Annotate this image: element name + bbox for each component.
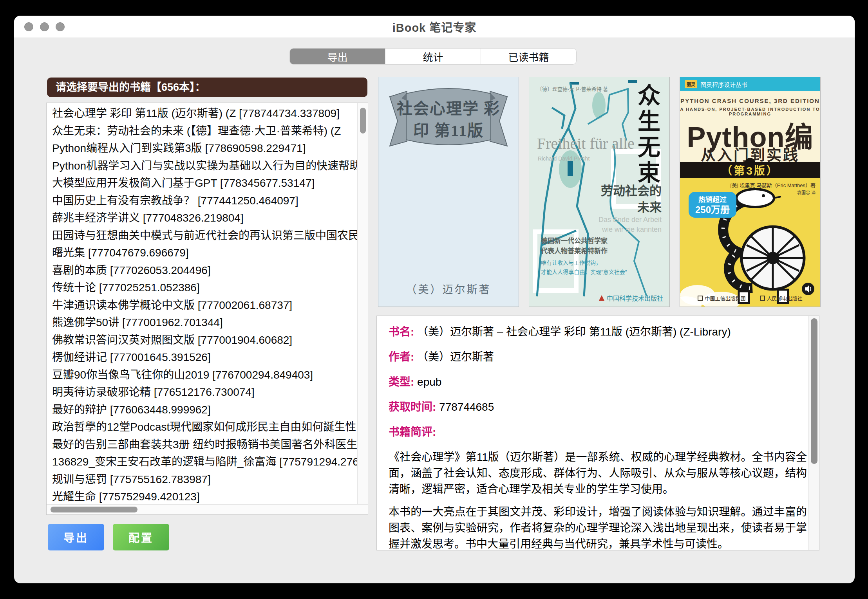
review-paragraphs: 《社会心理学》第11版（迈尔斯著）是一部系统、权威的心理学经典教材。全书内容全面…: [389, 449, 807, 550]
window-controls: [24, 16, 65, 38]
export-button[interactable]: 导出: [48, 524, 104, 550]
review-paragraph: 《社会心理学》第11版（迈尔斯著）是一部系统、权威的心理学经典教材。全书内容全面…: [389, 449, 807, 497]
app-window: iBook 笔记专家 导出 统计 已读书籍 请选择要导出的书籍【656本】： 社…: [14, 16, 855, 583]
book-cover-social-psychology: 社会心理学 彩 印 第11版 （美）迈尔斯著: [378, 77, 519, 307]
cover2-german-title: Freiheit für alle: [537, 134, 635, 153]
cover2-german-subtitle: Das Ende der Arbeit wie wir sie kannten: [599, 215, 662, 235]
book-list-item[interactable]: 牛津通识读本佛学概论中文版 [777002061.68737]: [47, 297, 357, 314]
book-list-item[interactable]: 规训与惩罚 [775755162.783987]: [47, 471, 357, 489]
tab-bar: 导出 统计 已读书籍: [290, 49, 576, 64]
cover1-author: （美）迈尔斯著: [378, 281, 519, 296]
tab-export[interactable]: 导出: [290, 49, 385, 64]
zoom-window-icon[interactable]: [56, 22, 65, 31]
book-list-rows: 社会心理学 彩印 第11版 (迈尔斯著) (Z [778744734.33780…: [47, 103, 357, 504]
book-list-item[interactable]: 社会心理学 彩印 第11版 (迈尔斯著) (Z [778744734.33780…: [47, 105, 357, 123]
cover2-german-author: Richard David Precht: [538, 155, 590, 162]
tab-read-books[interactable]: 已读书籍: [481, 49, 576, 64]
detail-fields: 书名: （美）迈尔斯著 – 社会心理学 彩印 第11版 (迈尔斯著) (Z-Li…: [389, 324, 807, 415]
book-list-item[interactable]: 熊逸佛学50讲 [777001962.701344]: [47, 314, 357, 332]
book-list-item[interactable]: 楞伽经讲记 [777001645.391526]: [47, 349, 357, 366]
detail-field: 类型: epub: [389, 374, 807, 390]
book-list-item[interactable]: 大模型应用开发极简入门基于GPT [778345677.53147]: [47, 175, 357, 192]
window-title: iBook 笔记专家: [392, 18, 477, 35]
cover3-author: [美] 埃里克·马瑟斯（Eric Matthes）著 袁国忠 译: [731, 182, 816, 197]
book-list-hscrollbar-thumb[interactable]: [51, 507, 137, 512]
speaker-logo-icon: [801, 282, 815, 296]
detail-field: 书名: （美）迈尔斯著 – 社会心理学 彩印 第11版 (迈尔斯著) (Z-Li…: [389, 324, 807, 340]
cover2-teal-note: 唯有让收入与工作脱钩， 才能人人得享自由，实现“意义社会”: [541, 258, 627, 277]
cover2-chinese-title: 众生无束: [630, 83, 663, 187]
close-window-icon[interactable]: [24, 22, 33, 31]
book-list-hscrollbar[interactable]: [47, 504, 368, 514]
book-list-item[interactable]: 喜剧的本质 [777026053.204496]: [47, 262, 357, 280]
cover1-title-line2: 印 第11版: [387, 118, 510, 141]
cover3-illustration-area: [美] 埃里克·马瑟斯（Eric Matthes）著 袁国忠 译 热销超过 25…: [680, 178, 820, 307]
book-detail-text: 书名: （美）迈尔斯著 – 社会心理学 彩印 第11版 (迈尔斯著) (Z-Li…: [377, 316, 808, 550]
detail-field: 作者: （美）迈尔斯著: [389, 349, 807, 365]
book-list-item[interactable]: 佛教常识答问汉英对照图文版 [777001904.60682]: [47, 332, 357, 349]
cover3-edition-band: （第3版）: [680, 162, 820, 178]
bestseller-badge: 热销超过 250万册: [689, 192, 736, 218]
book-cover-freiheit-fuer-alle: 〔德〕理查德·大卫·普莱希特 著 Freiheit für alle Richa…: [529, 77, 670, 307]
book-list-item[interactable]: 光耀生命 [775752949.420123]: [47, 488, 357, 504]
book-list-item[interactable]: 最好的辩护 [776063448.999962]: [47, 401, 357, 419]
review-paragraph: 本书的一大亮点在于其图文并茂、彩印设计，增强了阅读体验与知识理解。通过丰富的图表…: [389, 504, 807, 550]
book-list-item[interactable]: Python机器学习入门与实战以实操为基础以入行为目的快速帮助: [47, 157, 357, 175]
minimize-window-icon[interactable]: [40, 22, 49, 31]
title-bar: iBook 笔记专家: [14, 16, 855, 38]
book-list-item[interactable]: 明夷待访录破邪论精 [776512176.730074]: [47, 384, 357, 401]
book-list-vscrollbar[interactable]: [357, 103, 368, 504]
book-list-header: 请选择要导出的书籍【656本】：: [47, 78, 367, 97]
cover3-publishers: 中国工信出版集团 人民邮电出版社: [680, 294, 820, 302]
tab-statistics[interactable]: 统计: [385, 49, 481, 64]
book-list-item[interactable]: 豆瓣90你当像鸟飞往你的山2019 [776700294.849403]: [47, 366, 357, 384]
book-list-item[interactable]: 中国历史上有没有宗教战争？ [777441250.464097]: [47, 192, 357, 210]
publisher-logo-icon: [599, 295, 604, 301]
book-list[interactable]: 社会心理学 彩印 第11版 (迈尔斯著) (Z [778744734.33780…: [46, 103, 368, 515]
book-list-vscrollbar-thumb[interactable]: [360, 108, 366, 134]
cover1-title-line1: 社会心理学 彩: [387, 96, 510, 119]
review-label: 书籍简评:: [389, 424, 807, 440]
publisher-icon: [698, 296, 703, 301]
book-list-item[interactable]: 薛兆丰经济学讲义 [777048326.219804]: [47, 209, 357, 227]
ribbon-banner: 社会心理学 彩 印 第11版: [387, 82, 510, 149]
detail-field: 获取时间: 778744685: [389, 399, 807, 415]
publisher-icon: [760, 296, 765, 301]
book-list-item[interactable]: 最好的告别三部曲套装共3册 纽约时报畅销书美国著名外科医生: [47, 436, 357, 454]
detail-vscrollbar-thumb[interactable]: [811, 318, 817, 464]
book-list-item[interactable]: 136829_变宋王安石改革的逻辑与陷阱_徐富海 [775791294.276: [47, 453, 357, 471]
book-list-item[interactable]: 传统十论 [777025251.052386]: [47, 279, 357, 297]
cover3-english-title: PYTHON CRASH COURSE, 3RD EDITION: [680, 97, 820, 104]
turing-logo: 图灵: [685, 80, 697, 88]
book-list-item[interactable]: 政治哲學的12堂Podcast現代國家如何成形民主自由如何誕生性: [47, 419, 357, 436]
cover2-tagline: 德国新一代公共哲学家 代表人物普莱希特新作: [541, 236, 608, 256]
cover2-publisher: 中国科学技术出版社: [599, 293, 663, 303]
config-button[interactable]: 配置: [113, 524, 169, 550]
book-detail-panel: 书名: （美）迈尔斯著 – 社会心理学 彩印 第11版 (迈尔斯著) (Z-Li…: [376, 316, 819, 550]
cover2-author-line: 〔德〕理查德·大卫·普莱希特 著: [537, 85, 608, 92]
detail-vscrollbar[interactable]: [808, 316, 819, 550]
book-list-item[interactable]: Python编程从入门到实践第3版 [778690598.229471]: [47, 140, 357, 157]
book-list-item[interactable]: 众生无束：劳动社会的未来 (【德】理查德·大卫·普莱希特) (Z: [47, 123, 357, 140]
book-cover-python-crash-course: 图灵 图灵程序设计丛书 PYTHON CRASH COURSE, 3RD EDI…: [680, 77, 821, 307]
cover3-series-band: 图灵 图灵程序设计丛书: [680, 77, 820, 91]
book-list-item[interactable]: 田园诗与狂想曲关中模式与前近代社会的再认识第三版中国农民: [47, 227, 357, 245]
book-list-item[interactable]: 曙光集 [777047679.696679]: [47, 244, 357, 262]
cover2-chinese-subtitle: 劳动社会的 未来: [601, 183, 662, 216]
